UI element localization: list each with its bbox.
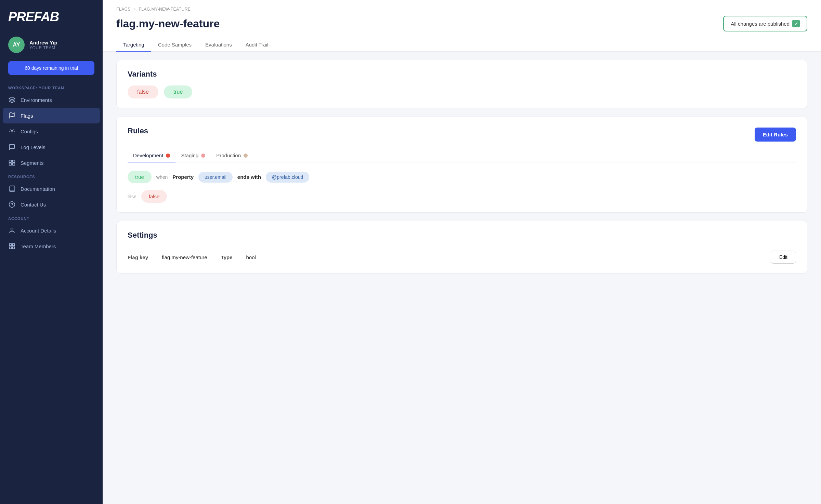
configs-icon — [8, 128, 16, 135]
tab-audit-trail[interactable]: Audit Trail — [239, 38, 275, 52]
user-name: Andrew Yip — [29, 40, 57, 45]
flag-key-value: flag.my-new-feature — [162, 254, 207, 260]
main-header: FLAGS > FLAG.MY-NEW-FEATURE flag.my-new-… — [103, 0, 821, 52]
logo-area: PREFAB — [0, 0, 103, 31]
log-levels-icon — [8, 143, 16, 151]
sidebar-item-documentation[interactable]: Documentation — [0, 181, 103, 197]
sidebar-item-label: Team Members — [21, 243, 56, 249]
team-icon — [8, 242, 16, 250]
user-info: Andrew Yip YOUR TEAM — [29, 40, 57, 50]
svg-rect-5 — [13, 163, 15, 165]
published-check-icon: ✓ — [792, 20, 800, 27]
property-value-tag: user.email — [198, 172, 233, 183]
help-icon — [8, 201, 16, 208]
rule-row: true when Property user.email ends with … — [128, 171, 796, 183]
sidebar-item-label: Account Details — [21, 228, 56, 234]
tabs-bar: Targeting Code Samples Evaluations Audit… — [116, 38, 807, 51]
edit-rules-button[interactable]: Edit Rules — [755, 128, 796, 142]
variants-section: Variants false true — [116, 60, 807, 108]
sidebar-item-label: Documentation — [21, 186, 55, 192]
else-result-chip: false — [141, 190, 167, 203]
rules-header: Rules Edit Rules — [128, 127, 796, 142]
sidebar-item-label: Contact Us — [21, 202, 46, 208]
sidebar-item-segments[interactable]: Segments — [0, 155, 103, 171]
rules-section: Rules Edit Rules Development Staging Pro… — [116, 117, 807, 213]
property-text: Property — [172, 174, 194, 180]
avatar: AY — [8, 37, 25, 53]
else-label: else — [128, 194, 136, 199]
app-logo: PREFAB — [8, 10, 94, 24]
settings-row: Flag key flag.my-new-feature Type bool E… — [128, 247, 796, 264]
tab-evaluations[interactable]: Evaluations — [198, 38, 239, 52]
sidebar-item-label: Segments — [21, 160, 44, 166]
svg-point-8 — [11, 228, 13, 230]
sidebar-item-label: Log Levels — [21, 144, 45, 150]
svg-rect-12 — [13, 247, 15, 249]
settings-title: Settings — [128, 231, 796, 240]
breadcrumb-current: FLAG.MY-NEW-FEATURE — [139, 7, 191, 12]
breadcrumb-separator: > — [133, 7, 136, 12]
svg-rect-10 — [13, 244, 15, 246]
type-label: Type — [221, 254, 233, 260]
variants-title: Variants — [128, 70, 796, 79]
svg-rect-3 — [13, 160, 15, 163]
variant-true: true — [164, 85, 193, 98]
flag-key-label: Flag key — [128, 254, 148, 260]
content-area: Variants false true Rules Edit Rules Dev… — [103, 52, 821, 504]
svg-rect-4 — [9, 163, 12, 165]
sidebar-item-configs[interactable]: Configs — [0, 123, 103, 139]
sidebar-item-environments[interactable]: Environments — [0, 92, 103, 108]
sidebar-item-account-details[interactable]: Account Details — [0, 223, 103, 238]
svg-rect-11 — [10, 247, 12, 249]
sidebar-item-label: Configs — [21, 129, 38, 134]
rules-title: Rules — [128, 127, 148, 135]
page-title-row: flag.my-new-feature All changes are publ… — [116, 16, 807, 31]
sidebar-item-flags[interactable]: Flags — [3, 108, 100, 123]
settings-edit-button[interactable]: Edit — [771, 251, 796, 264]
sidebar-item-label: Flags — [21, 113, 33, 119]
workspace-label: WORKSPACE: YOUR TEAM — [0, 82, 103, 92]
sidebar-item-log-levels[interactable]: Log Levels — [0, 139, 103, 155]
main-content: FLAGS > FLAG.MY-NEW-FEATURE flag.my-new-… — [103, 0, 821, 504]
svg-rect-2 — [9, 160, 12, 163]
svg-point-1 — [11, 131, 13, 132]
trial-badge[interactable]: 60 days remaining in trial — [8, 61, 94, 75]
when-text: when — [156, 174, 168, 180]
sidebar-item-contact-us[interactable]: Contact Us — [0, 197, 103, 212]
published-badge: All changes are published ✓ — [723, 16, 807, 31]
match-value-tag: @prefab.cloud — [266, 172, 309, 183]
resources-label: RESOURCES — [0, 171, 103, 181]
sidebar-item-team-members[interactable]: Team Members — [0, 238, 103, 254]
condition-text: ends with — [237, 174, 261, 180]
production-env-dot — [244, 154, 248, 158]
account-label: ACCOUNT — [0, 212, 103, 223]
production-tab-label: Production — [216, 152, 241, 158]
dev-tab-label: Development — [133, 152, 163, 158]
staging-env-dot — [201, 154, 205, 158]
variant-false: false — [128, 85, 158, 98]
else-row: else false — [128, 190, 796, 203]
flags-icon — [8, 112, 16, 119]
staging-tab-label: Staging — [181, 152, 198, 158]
dev-env-dot — [166, 154, 170, 158]
env-tab-production[interactable]: Production — [211, 149, 253, 162]
user-section: AY Andrew Yip YOUR TEAM — [0, 31, 103, 58]
breadcrumb-parent: FLAGS — [116, 7, 131, 12]
env-tab-staging[interactable]: Staging — [175, 149, 211, 162]
page-title: flag.my-new-feature — [116, 17, 220, 30]
sidebar: PREFAB AY Andrew Yip YOUR TEAM 60 days r… — [0, 0, 103, 504]
sidebar-item-label: Environments — [21, 97, 52, 103]
environment-tabs: Development Staging Production — [128, 149, 796, 162]
settings-section: Settings Flag key flag.my-new-feature Ty… — [116, 221, 807, 274]
type-value: bool — [246, 254, 256, 260]
book-icon — [8, 185, 16, 193]
segments-icon — [8, 159, 16, 167]
tab-code-samples[interactable]: Code Samples — [151, 38, 198, 52]
svg-rect-9 — [10, 244, 12, 246]
published-text: All changes are published — [731, 21, 790, 27]
user-team: YOUR TEAM — [29, 45, 57, 50]
rule-result-chip: true — [128, 171, 152, 183]
environments-icon — [8, 96, 16, 104]
env-tab-development[interactable]: Development — [128, 149, 175, 162]
tab-targeting[interactable]: Targeting — [116, 38, 151, 52]
